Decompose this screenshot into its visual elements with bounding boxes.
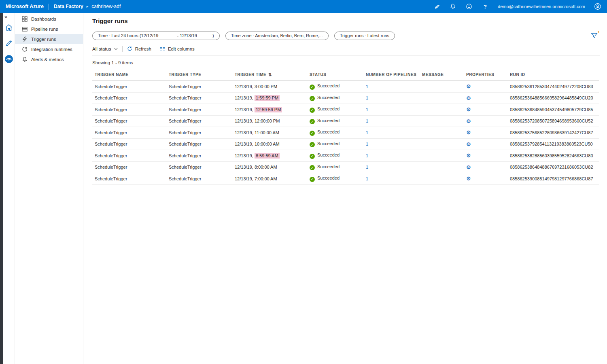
time-filter-pill[interactable]: Time : Last 24 hours (12/12/19 - 12/13/1… bbox=[92, 32, 220, 40]
app-shell: » Dashboards Pipeline runs Trigger runs bbox=[0, 13, 607, 364]
pipeline-count-link[interactable]: 1 bbox=[366, 119, 368, 123]
collapse-chevrons-icon[interactable]: » bbox=[4, 14, 7, 20]
left-rail: » bbox=[0, 13, 15, 364]
message-cell bbox=[420, 92, 464, 104]
properties-gear-icon[interactable]: ⚙ bbox=[466, 118, 471, 124]
pipelines-cell: 1 bbox=[363, 173, 420, 185]
refresh-icon bbox=[127, 46, 132, 51]
col-number-of-pipelines: NUMBER OF PIPELINES bbox=[363, 68, 420, 81]
trigger-time-value: 12:00:00 PM bbox=[255, 119, 280, 123]
col-trigger-time[interactable]: TRIGGER TIME⇅ bbox=[232, 68, 307, 81]
runid-cell: 08586253792854113219383860523CU50 bbox=[507, 138, 599, 150]
pipeline-runs-icon bbox=[22, 26, 28, 32]
edit-columns-icon bbox=[160, 46, 165, 51]
table-row[interactable]: ScheduleTrigger ScheduleTrigger 12/13/19… bbox=[92, 138, 599, 150]
pipeline-count-link[interactable]: 1 bbox=[366, 84, 368, 89]
succeeded-check-icon: ✓ bbox=[310, 142, 315, 147]
home-icon[interactable] bbox=[4, 23, 14, 32]
properties-gear-icon[interactable]: ⚙ bbox=[466, 176, 471, 182]
trigger-name-cell: ScheduleTrigger bbox=[92, 161, 166, 173]
sidebar-item-pipeline-runs[interactable]: Pipeline runs bbox=[15, 24, 83, 34]
succeeded-check-icon: ✓ bbox=[310, 154, 315, 159]
author-pencil-icon[interactable] bbox=[4, 38, 14, 48]
properties-gear-icon[interactable]: ⚙ bbox=[466, 83, 471, 89]
main-content: Trigger runs Time : Last 24 hours (12/12… bbox=[83, 13, 607, 364]
table-row[interactable]: ScheduleTrigger ScheduleTrigger 12/13/19… bbox=[92, 161, 599, 173]
sidebar-item-integration-runtimes[interactable]: Integration runtimes bbox=[15, 44, 83, 54]
properties-gear-icon[interactable]: ⚙ bbox=[466, 164, 471, 170]
properties-gear-icon[interactable]: ⚙ bbox=[466, 106, 471, 112]
trigger-time-cell: 12/13/19, 8:59:59 AM bbox=[232, 150, 307, 162]
pipelines-cell: 1 bbox=[363, 138, 420, 150]
trigger-time-cell: 12/13/19, 11:00:00 AM bbox=[232, 127, 307, 139]
user-avatar-icon[interactable] bbox=[594, 3, 601, 10]
filter-count-badge: 1 bbox=[598, 30, 600, 34]
help-icon[interactable]: ? bbox=[482, 3, 489, 10]
status-cell: ✓Succeeded bbox=[307, 115, 363, 127]
pipeline-count-link[interactable]: 1 bbox=[366, 165, 368, 169]
properties-cell: ⚙ bbox=[464, 92, 507, 104]
status-cell: ✓Succeeded bbox=[307, 104, 363, 116]
sidebar-item-alerts-metrics[interactable]: Alerts & metrics bbox=[15, 54, 83, 64]
sidebar-item-dashboards[interactable]: Dashboards bbox=[15, 14, 83, 24]
table-row[interactable]: ScheduleTrigger ScheduleTrigger 12/13/19… bbox=[92, 104, 599, 116]
breadcrumb-resource[interactable]: cathrinew-adf bbox=[91, 4, 121, 9]
top-bar: Microsoft Azure Data Factory ▸ cathrinew… bbox=[0, 0, 607, 13]
notifications-bell-icon[interactable] bbox=[449, 3, 456, 10]
pipeline-count-link[interactable]: 1 bbox=[366, 107, 368, 112]
refresh-button[interactable]: Refresh bbox=[127, 46, 151, 51]
table-row[interactable]: ScheduleTrigger ScheduleTrigger 12/13/19… bbox=[92, 81, 599, 93]
status-cell: ✓Succeeded bbox=[307, 81, 363, 93]
chevron-right-icon: ▸ bbox=[87, 4, 89, 8]
feedback-smiley-icon[interactable] bbox=[465, 3, 473, 10]
dashboards-icon bbox=[22, 16, 28, 22]
breadcrumb-app[interactable]: Data Factory bbox=[54, 4, 83, 9]
sort-icon: ⇅ bbox=[268, 72, 272, 77]
monitor-sidebar: Dashboards Pipeline runs Trigger runs In… bbox=[15, 13, 83, 364]
pipeline-count-link[interactable]: 1 bbox=[366, 153, 368, 158]
account-email[interactable]: demo@cathrinewilhelmsen.onmicrosoft.com bbox=[498, 4, 585, 9]
trigger-time-cell: 12/13/19, 3:00:00 PM bbox=[232, 81, 307, 93]
trigger-name-cell: ScheduleTrigger bbox=[92, 127, 166, 139]
properties-gear-icon[interactable]: ⚙ bbox=[466, 95, 471, 101]
sidebar-item-label: Pipeline runs bbox=[31, 27, 58, 32]
message-cell bbox=[420, 150, 464, 162]
pipelines-cell: 1 bbox=[363, 81, 420, 93]
message-cell bbox=[420, 115, 464, 127]
runid-cell: 08586253684859045374549805729CU85 bbox=[507, 104, 599, 116]
pipeline-count-link[interactable]: 1 bbox=[366, 130, 368, 135]
table-row[interactable]: ScheduleTrigger ScheduleTrigger 12/13/19… bbox=[92, 173, 599, 185]
trigger-name-cell: ScheduleTrigger bbox=[92, 150, 166, 162]
properties-gear-icon[interactable]: ⚙ bbox=[466, 129, 471, 135]
pipeline-count-link[interactable]: 1 bbox=[366, 95, 368, 100]
edit-columns-button[interactable]: Edit columns bbox=[160, 46, 195, 51]
trigger-name-cell: ScheduleTrigger bbox=[92, 138, 166, 150]
properties-gear-icon[interactable]: ⚙ bbox=[466, 152, 471, 159]
trigger-type-cell: ScheduleTrigger bbox=[166, 104, 232, 116]
runid-cell: 08586253612853047440249772208CU83 bbox=[507, 81, 599, 93]
pipeline-count-link[interactable]: 1 bbox=[366, 176, 368, 181]
table-row[interactable]: ScheduleTrigger ScheduleTrigger 12/13/19… bbox=[92, 150, 599, 162]
col-trigger-type: TRIGGER TYPE bbox=[166, 68, 232, 81]
sidebar-item-trigger-runs[interactable]: Trigger runs bbox=[15, 34, 83, 44]
trigger-time-value: 8:59:59 AM bbox=[255, 153, 280, 159]
pipeline-count-link[interactable]: 1 bbox=[366, 142, 368, 146]
azure-brand[interactable]: Microsoft Azure bbox=[0, 4, 49, 9]
latest-runs-filter-pill[interactable]: Trigger runs : Latest runs bbox=[334, 32, 395, 40]
table-row[interactable]: ScheduleTrigger ScheduleTrigger 12/13/19… bbox=[92, 115, 599, 127]
message-cell bbox=[420, 127, 464, 139]
table-row[interactable]: ScheduleTrigger ScheduleTrigger 12/13/19… bbox=[92, 127, 599, 139]
status-cell: ✓Succeeded bbox=[307, 92, 363, 104]
signal-arcs-icon[interactable] bbox=[433, 3, 440, 10]
monitor-gauge-icon[interactable] bbox=[4, 54, 14, 64]
trigger-type-cell: ScheduleTrigger bbox=[166, 138, 232, 150]
page-title: Trigger runs bbox=[92, 17, 600, 24]
status-filter-dropdown[interactable]: All status bbox=[92, 47, 118, 51]
table-row[interactable]: ScheduleTrigger ScheduleTrigger 12/13/19… bbox=[92, 92, 599, 104]
timezone-filter-pill[interactable]: Time zone : Amsterdam, Berlin, Bern, Rom… bbox=[225, 32, 329, 40]
sidebar-item-label: Dashboards bbox=[31, 17, 56, 21]
properties-gear-icon[interactable]: ⚙ bbox=[466, 141, 471, 147]
trigger-time-value: 12:59:59 PM bbox=[255, 107, 282, 112]
pipelines-cell: 1 bbox=[363, 115, 420, 127]
filter-funnel-icon[interactable]: 1 bbox=[589, 31, 599, 40]
